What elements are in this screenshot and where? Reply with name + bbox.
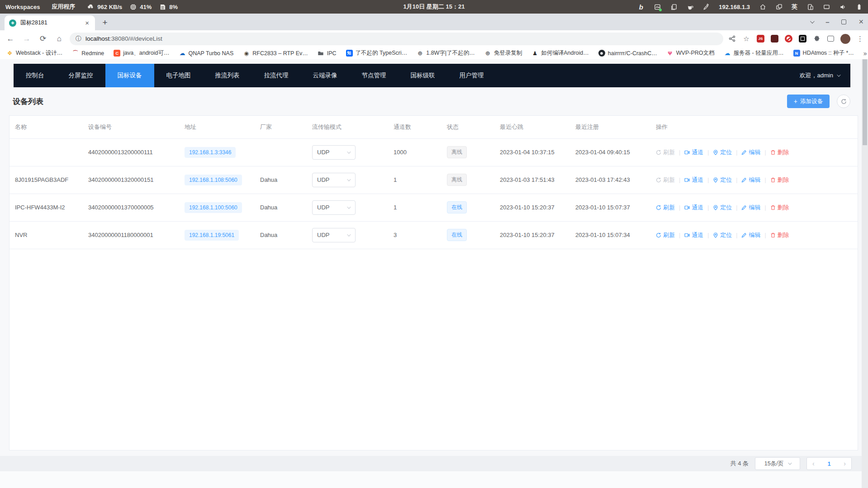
bookmark-webstack[interactable]: ❖Webstack - 设计…: [6, 49, 62, 57]
phone-link-icon[interactable]: [806, 3, 814, 10]
extensions-puzzle-icon[interactable]: [813, 35, 821, 43]
browser-home-button[interactable]: ⌂: [53, 34, 65, 43]
edit-action[interactable]: 编辑: [741, 176, 760, 184]
channel-action[interactable]: 通道: [684, 204, 703, 212]
delete-action[interactable]: 删除: [770, 231, 789, 239]
ip-address-indicator[interactable]: 192.168.1.3: [719, 4, 750, 10]
current-page[interactable]: 1: [827, 460, 830, 467]
share-icon[interactable]: [728, 35, 736, 43]
bookmark-github[interactable]: hairrrrr/C-CrashC…: [598, 50, 657, 57]
nav-item-cloud-record[interactable]: 云端录像: [301, 64, 350, 87]
bookmark-csdn[interactable]: Cjava、android可…: [114, 49, 169, 57]
add-device-button[interactable]: + 添加设备: [787, 95, 830, 108]
nav-item-console[interactable]: 控制台: [14, 64, 57, 87]
delete-action[interactable]: 删除: [770, 148, 789, 156]
workspace-switcher-icon[interactable]: [775, 3, 783, 10]
reload-button[interactable]: ⟳: [37, 34, 49, 43]
locate-action[interactable]: 定位: [713, 176, 732, 184]
cpu-usage[interactable]: 41%: [129, 3, 152, 10]
locate-action[interactable]: 定位: [713, 231, 732, 239]
bookmark-cloud-server[interactable]: ☁服务器 - 轻量应用…: [724, 49, 784, 57]
refresh-action[interactable]: 刷新: [656, 204, 675, 212]
bookmark-zhihu-ts[interactable]: 知了不起的 TypeScri…: [346, 49, 408, 57]
edit-action[interactable]: 编辑: [741, 231, 760, 239]
stream-mode-select[interactable]: UDP: [312, 145, 356, 160]
extension-adblock-icon[interactable]: [785, 35, 792, 43]
delete-action[interactable]: 删除: [770, 176, 789, 184]
refresh-action[interactable]: 刷新: [656, 148, 675, 156]
image-indicator-icon[interactable]: [654, 3, 661, 10]
page-scrollbar[interactable]: [862, 59, 868, 488]
bookmark-wvp-docs[interactable]: ΨWVP-PRO文档: [667, 49, 715, 57]
user-menu[interactable]: 欢迎，admin: [800, 71, 850, 80]
home-icon[interactable]: [759, 3, 766, 10]
browser-tab[interactable]: ❖ 国标28181 ×: [5, 15, 95, 30]
channel-action[interactable]: 通道: [684, 231, 703, 239]
nav-item-push-list[interactable]: 推流列表: [203, 64, 252, 87]
nav-item-gb-devices[interactable]: 国标设备: [105, 64, 154, 87]
stream-mode-select[interactable]: UDP: [312, 173, 356, 187]
address-bar[interactable]: ⓘ localhost:38080/#/deviceList: [70, 33, 723, 45]
delete-action[interactable]: 删除: [770, 204, 789, 212]
bookmark-rfc2833[interactable]: ◉RFC2833 – RTP Ev…: [243, 50, 308, 57]
window-close-button[interactable]: ×: [859, 17, 863, 27]
nav-item-gb-cascade[interactable]: 国标级联: [398, 64, 447, 87]
clipboard-icon[interactable]: [670, 3, 677, 10]
next-page-button[interactable]: ›: [844, 460, 846, 467]
nav-item-pull-proxy[interactable]: 拉流代理: [252, 64, 301, 87]
bookmark-copy-free[interactable]: ⊕免登录复制: [484, 49, 522, 57]
input-method-indicator[interactable]: 英: [792, 3, 797, 11]
extension-box-icon[interactable]: [799, 35, 806, 43]
locate-action[interactable]: 定位: [713, 204, 732, 212]
window-restore-button[interactable]: [841, 19, 846, 24]
channel-action[interactable]: 通道: [684, 148, 703, 156]
stream-mode-select[interactable]: UDP: [312, 228, 356, 242]
site-info-icon[interactable]: ⓘ: [76, 35, 81, 43]
extension-idm-icon[interactable]: [771, 35, 778, 43]
nav-item-node-mgmt[interactable]: 节点管理: [350, 64, 398, 87]
bookmark-qnap[interactable]: ☁QNAP Turbo NAS: [179, 50, 233, 57]
side-panel-icon[interactable]: [827, 36, 834, 42]
prev-page-button[interactable]: ‹: [812, 460, 815, 467]
battery-icon[interactable]: [855, 3, 863, 10]
nav-item-user-mgmt[interactable]: 用户管理: [447, 64, 496, 87]
extension-js-icon[interactable]: JS: [757, 35, 764, 43]
memory-usage[interactable]: 8%: [159, 3, 178, 10]
edit-action[interactable]: 编辑: [741, 148, 760, 156]
refresh-action[interactable]: 刷新: [656, 231, 675, 239]
bing-icon[interactable]: b: [637, 3, 645, 10]
bookmark-redmine[interactable]: ⌒Redmine: [72, 50, 104, 57]
bookmarks-overflow-icon[interactable]: »: [863, 50, 867, 57]
applications-menu[interactable]: 应用程序: [52, 3, 75, 11]
bookmark-ts-article[interactable]: ⊕1.8W字|了不起的…: [417, 49, 474, 57]
bookmark-ipc-folder[interactable]: IPC: [318, 50, 337, 57]
browser-menu-icon[interactable]: ⋮: [857, 35, 863, 43]
display-icon[interactable]: [823, 3, 830, 10]
tab-close-icon[interactable]: ×: [84, 19, 90, 27]
refresh-action[interactable]: 刷新: [656, 176, 675, 184]
tab-search-icon[interactable]: [810, 19, 815, 24]
workspaces-button[interactable]: Workspaces: [5, 4, 40, 10]
nav-item-split-monitor[interactable]: 分屏监控: [57, 64, 105, 87]
refresh-list-button[interactable]: [837, 95, 850, 108]
scrollbar-thumb[interactable]: [863, 59, 867, 145]
bookmark-star-icon[interactable]: ☆: [742, 35, 750, 43]
stream-mode-select[interactable]: UDP: [312, 200, 356, 215]
forward-button[interactable]: →: [21, 34, 33, 43]
back-button[interactable]: ←: [5, 34, 16, 43]
coffee-icon[interactable]: [686, 3, 693, 10]
network-speed[interactable]: 962 KB/s: [87, 3, 122, 10]
bookmark-hdatmos[interactable]: NHDAtmos :: 种子 *…: [793, 49, 854, 57]
profile-avatar[interactable]: [840, 34, 850, 44]
color-picker-icon[interactable]: [702, 3, 710, 10]
window-minimize-button[interactable]: –: [825, 18, 829, 26]
bookmark-android-build[interactable]: ♟如何编译Android…: [531, 49, 589, 57]
volume-icon[interactable]: [839, 3, 846, 10]
channel-action[interactable]: 通道: [684, 176, 703, 184]
edit-action[interactable]: 编辑: [741, 204, 760, 212]
new-tab-button[interactable]: +: [99, 16, 111, 29]
address-tag: 192.168.1.19:5061: [185, 230, 239, 241]
locate-action[interactable]: 定位: [713, 148, 732, 156]
nav-item-emap[interactable]: 电子地图: [154, 64, 203, 87]
page-size-select[interactable]: 15条/页: [755, 457, 800, 470]
